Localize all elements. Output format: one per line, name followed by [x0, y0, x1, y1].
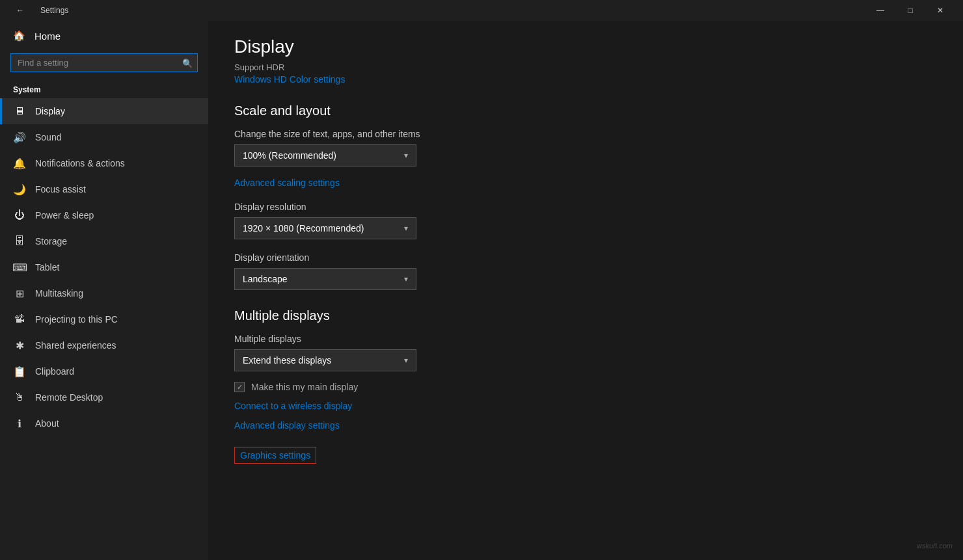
multiple-displays-dropdown-wrapper: Multiple displays Extend these displays … — [234, 334, 937, 371]
sidebar-item-notifications[interactable]: 🔔 Notifications & actions — [0, 150, 208, 176]
orientation-dropdown-value: Landscape — [243, 274, 288, 284]
sidebar-item-label: Display — [35, 106, 65, 116]
resolution-dropdown[interactable]: 1920 × 1080 (Recommended) ▾ — [234, 217, 416, 239]
resolution-dropdown-wrapper: Display resolution 1920 × 1080 (Recommen… — [234, 202, 937, 239]
multiple-displays-arrow: ▾ — [404, 356, 408, 365]
back-button[interactable]: ← — [5, 0, 35, 21]
multitasking-icon: ⊞ — [13, 287, 26, 300]
sidebar-item-power[interactable]: ⏻ Power & sleep — [0, 202, 208, 228]
sidebar-item-label: Focus assist — [35, 184, 86, 194]
app-container: 🏠 Home 🔍 System 🖥 Display 🔊 Sound 🔔 Noti… — [0, 21, 963, 560]
orientation-label: Display orientation — [234, 252, 937, 263]
sidebar-item-label: Clipboard — [35, 366, 74, 377]
focus-icon: 🌙 — [13, 183, 26, 196]
scale-dropdown[interactable]: 100% (Recommended) ▾ — [234, 144, 416, 167]
advanced-scaling-link[interactable]: Advanced scaling settings — [234, 178, 340, 188]
sidebar-item-about[interactable]: ℹ About — [0, 410, 208, 436]
notifications-icon: 🔔 — [13, 157, 26, 170]
advanced-display-link[interactable]: Advanced display settings — [234, 420, 340, 431]
page-title: Display — [234, 21, 937, 62]
sidebar-item-display[interactable]: 🖥 Display — [0, 98, 208, 124]
power-icon: ⏻ — [13, 209, 26, 222]
orientation-dropdown-arrow: ▾ — [404, 274, 408, 284]
content-area: Display Support HDR Windows HD Color set… — [208, 21, 963, 560]
sidebar-item-label: Projecting to this PC — [35, 314, 118, 325]
sidebar-item-sound[interactable]: 🔊 Sound — [0, 124, 208, 150]
main-display-checkbox[interactable]: ✓ — [234, 382, 245, 392]
sidebar-item-remote[interactable]: 🖱 Remote Desktop — [0, 384, 208, 410]
sidebar-item-storage[interactable]: 🗄 Storage — [0, 228, 208, 254]
sidebar-item-focus[interactable]: 🌙 Focus assist — [0, 176, 208, 202]
shared-icon: ✱ — [13, 339, 26, 352]
resolution-label: Display resolution — [234, 202, 937, 212]
scale-dropdown-arrow: ▾ — [404, 151, 408, 160]
close-button[interactable]: ✕ — [925, 0, 955, 21]
sidebar-item-projecting[interactable]: 📽 Projecting to this PC — [0, 306, 208, 332]
connect-wireless-link[interactable]: Connect to a wireless display — [234, 401, 352, 411]
sidebar-item-shared[interactable]: ✱ Shared experiences — [0, 332, 208, 358]
about-icon: ℹ — [13, 417, 26, 430]
display-icon: 🖥 — [13, 105, 26, 118]
scale-dropdown-value: 100% (Recommended) — [243, 150, 336, 161]
title-bar-left: ← Settings — [5, 0, 68, 21]
checkbox-check-icon: ✓ — [237, 383, 243, 392]
sidebar-item-tablet[interactable]: ⌨ Tablet — [0, 254, 208, 280]
multiple-displays-heading: Multiple displays — [234, 308, 937, 323]
home-icon: 🏠 — [13, 30, 25, 42]
orientation-dropdown-wrapper: Display orientation Landscape ▾ — [234, 252, 937, 290]
tablet-icon: ⌨ — [13, 261, 26, 274]
search-box: 🔍 — [10, 53, 198, 72]
search-icon: 🔍 — [182, 58, 193, 68]
storage-icon: 🗄 — [13, 235, 26, 248]
clipboard-icon: 📋 — [13, 365, 26, 378]
projecting-icon: 📽 — [13, 313, 26, 326]
multiple-displays-dropdown[interactable]: Extend these displays ▾ — [234, 349, 416, 371]
scale-dropdown-wrapper: Change the size of text, apps, and other… — [234, 129, 937, 167]
resolution-dropdown-arrow: ▾ — [404, 224, 408, 233]
multiple-displays-value: Extend these displays — [243, 355, 331, 366]
multiple-displays-label: Multiple displays — [234, 334, 937, 344]
maximize-button[interactable]: □ — [895, 0, 925, 21]
title-bar: ← Settings — □ ✕ — [0, 0, 963, 21]
sidebar-item-label: Tablet — [35, 262, 59, 273]
scale-layout-heading: Scale and layout — [234, 103, 937, 118]
remote-icon: 🖱 — [13, 391, 26, 404]
resolution-dropdown-value: 1920 × 1080 (Recommended) — [243, 223, 364, 233]
sidebar-item-label: Storage — [35, 236, 67, 247]
sidebar-item-clipboard[interactable]: 📋 Clipboard — [0, 358, 208, 384]
sidebar-item-label: Shared experiences — [35, 340, 116, 351]
sidebar-item-label: Multitasking — [35, 288, 83, 299]
sidebar-section-label: System — [0, 80, 208, 98]
sidebar-item-multitasking[interactable]: ⊞ Multitasking — [0, 280, 208, 306]
sidebar: 🏠 Home 🔍 System 🖥 Display 🔊 Sound 🔔 Noti… — [0, 21, 208, 560]
sidebar-item-label: Sound — [35, 132, 61, 142]
orientation-dropdown[interactable]: Landscape ▾ — [234, 268, 416, 290]
sidebar-item-label: Remote Desktop — [35, 392, 103, 403]
support-hdr-label: Support HDR — [234, 62, 937, 72]
sound-icon: 🔊 — [13, 131, 26, 144]
watermark: wskuñ.com — [917, 542, 953, 550]
main-display-label: Make this my main display — [251, 382, 358, 392]
graphics-settings-link[interactable]: Graphics settings — [234, 447, 316, 464]
sidebar-item-label: About — [35, 418, 59, 429]
sidebar-item-label: Notifications & actions — [35, 158, 125, 168]
search-input[interactable] — [10, 53, 198, 72]
title-bar-title: Settings — [40, 6, 68, 15]
home-label: Home — [34, 31, 61, 42]
sidebar-home[interactable]: 🏠 Home — [0, 21, 208, 51]
windows-hd-color-link[interactable]: Windows HD Color settings — [234, 74, 345, 85]
title-bar-controls: — □ ✕ — [865, 0, 955, 21]
sidebar-item-label: Power & sleep — [35, 210, 94, 220]
minimize-button[interactable]: — — [865, 0, 895, 21]
scale-size-label: Change the size of text, apps, and other… — [234, 129, 937, 139]
main-display-checkbox-row: ✓ Make this my main display — [234, 382, 937, 392]
